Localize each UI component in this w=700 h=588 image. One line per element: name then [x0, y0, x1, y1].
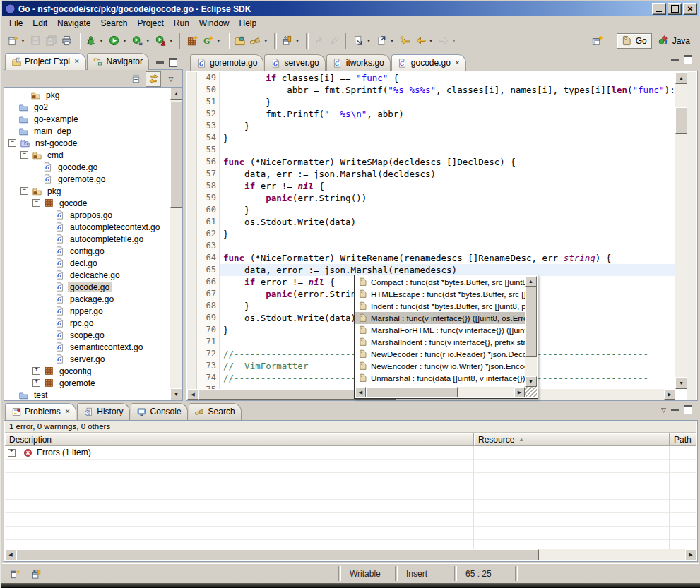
- close-button[interactable]: ✕: [683, 3, 697, 15]
- code-text[interactable]: if classes[i] == "func" {: [220, 72, 675, 84]
- scroll-right-icon[interactable]: ▶: [685, 549, 696, 560]
- popup-hscrollbar-thumb[interactable]: [366, 387, 458, 397]
- tree-item-semanticcontext-go[interactable]: Gsemanticcontext.go: [4, 341, 170, 353]
- popup-scrollbar-thumb[interactable]: [525, 287, 537, 357]
- tree-item-gocode-go[interactable]: Ggocode.go: [4, 161, 170, 173]
- tree-scrollbar-thumb[interactable]: [170, 102, 182, 208]
- dropdown-arrow-icon[interactable]: ▼: [294, 38, 302, 44]
- autocomplete-item[interactable]: NewEncoder : func(w io.Writer) *json.Enc…: [355, 360, 525, 372]
- annotation-ruler[interactable]: [187, 240, 197, 252]
- code-text[interactable]: fmt.Printf(" %s\n", abbr): [220, 108, 675, 120]
- scroll-down-icon[interactable]: ▼: [170, 388, 182, 400]
- autocomplete-item[interactable]: MarshalForHTML : func(v interface{}) ([]…: [355, 324, 525, 336]
- dropdown-arrow-icon[interactable]: ▼: [365, 38, 373, 44]
- dropdown-arrow-icon[interactable]: ▼: [19, 38, 27, 44]
- annotation-ruler[interactable]: [187, 144, 197, 156]
- annotation-ruler[interactable]: [187, 216, 197, 228]
- problems-row-errors[interactable]: +Errors (1 item): [5, 446, 696, 460]
- menu-window[interactable]: Window: [194, 17, 235, 30]
- show-view-button[interactable]: ▼: [280, 32, 303, 49]
- tree-item-gocode-go[interactable]: Ggocode.go: [4, 281, 170, 293]
- tree-item-goremote-go[interactable]: Ggoremote.go: [4, 173, 170, 185]
- code-text[interactable]: panic(err.String()): [220, 192, 675, 204]
- problems-horizontal-scrollbar[interactable]: ◀ ▶: [5, 549, 696, 560]
- editor-tab-gocode-go[interactable]: Ggocode.go✕: [391, 54, 467, 71]
- scroll-right-icon[interactable]: ▶: [514, 387, 525, 397]
- dropdown-arrow-icon[interactable]: ▼: [427, 38, 434, 44]
- show-view-status-button[interactable]: [29, 567, 43, 581]
- new-wizard-button[interactable]: ▼: [5, 32, 28, 49]
- next-annotation-button[interactable]: ▼: [351, 32, 374, 49]
- tree-item-config-go[interactable]: Gconfig.go: [4, 245, 170, 257]
- problems-hscrollbar-thumb[interactable]: [16, 549, 539, 560]
- dropdown-arrow-icon[interactable]: ▼: [262, 38, 270, 44]
- scroll-track[interactable]: [458, 387, 514, 397]
- dropdown-arrow-icon[interactable]: ▼: [97, 38, 105, 44]
- annotation-ruler[interactable]: [187, 324, 197, 336]
- code-text[interactable]: [220, 144, 675, 156]
- tree-item-test[interactable]: test: [4, 389, 170, 400]
- annotation-ruler[interactable]: [187, 156, 197, 168]
- annotation-ruler[interactable]: [187, 84, 197, 96]
- dropdown-arrow-icon[interactable]: ▼: [121, 38, 129, 44]
- scroll-up-icon[interactable]: ▲: [525, 276, 537, 287]
- menu-edit[interactable]: Edit: [28, 17, 52, 30]
- scroll-down-icon[interactable]: ▼: [675, 377, 687, 389]
- minimize-view-icon[interactable]: [671, 409, 679, 411]
- code-text[interactable]: }: [220, 228, 675, 240]
- scroll-left-icon[interactable]: ◀: [5, 549, 16, 560]
- annotation-ruler[interactable]: [187, 228, 197, 240]
- dropdown-arrow-icon[interactable]: ▼: [167, 38, 175, 44]
- popup-horizontal-scrollbar[interactable]: ◀ ▶: [355, 387, 525, 397]
- tree-item-declcache-go[interactable]: Gdeclcache.go: [4, 269, 170, 281]
- code-text[interactable]: }: [220, 204, 675, 216]
- dropdown-arrow-icon[interactable]: ▼: [215, 38, 223, 44]
- annotation-ruler[interactable]: [187, 348, 197, 360]
- tree-item-package-go[interactable]: Gpackage.go: [4, 293, 170, 305]
- menu-help[interactable]: Help: [235, 17, 262, 30]
- tree-item-gocode[interactable]: −gocode: [4, 197, 170, 209]
- dropdown-arrow-icon[interactable]: ▼: [144, 38, 152, 44]
- code-text[interactable]: abbr = fmt.Sprintf("%s %s%s", classes[i]…: [220, 84, 675, 96]
- code-text[interactable]: [220, 240, 675, 252]
- minimize-view-icon[interactable]: [156, 61, 164, 64]
- annotation-ruler[interactable]: [187, 276, 197, 288]
- tree-item-main-dep[interactable]: main_dep: [4, 125, 170, 137]
- editor-tab-goremote-go[interactable]: Ggoremote.go: [190, 54, 263, 71]
- tree-item-ripper-go[interactable]: Gripper.go: [4, 305, 170, 317]
- menu-search[interactable]: Search: [95, 17, 132, 30]
- tree-item-rpc-go[interactable]: Grpc.go: [4, 317, 170, 329]
- tree-item-pkg[interactable]: −pkg: [4, 185, 170, 197]
- maximize-view-icon[interactable]: [684, 55, 692, 64]
- tree-expander-icon[interactable]: −: [20, 187, 28, 195]
- autocomplete-item[interactable]: HTMLEscape : func(dst *bytes.Buffer, src…: [355, 288, 525, 300]
- overview-ruler[interactable]: [687, 72, 696, 400]
- explorer-tab-navigator[interactable]: Navigator: [87, 53, 149, 70]
- maximize-view-icon[interactable]: [169, 58, 177, 67]
- collapse-all-button[interactable]: [129, 72, 143, 86]
- annotation-ruler[interactable]: [187, 384, 197, 389]
- code-text[interactable]: os.Stdout.Write(data): [220, 216, 675, 228]
- column-header-path[interactable]: Path: [670, 433, 696, 446]
- code-text[interactable]: func (*NiceFormatter) WriteRename(rename…: [220, 252, 675, 264]
- code-text[interactable]: func (*NiceFormatter) WriteSMap(decldesc…: [220, 156, 675, 168]
- profile-button[interactable]: ▼: [153, 32, 177, 49]
- tree-expander-icon[interactable]: +: [32, 379, 40, 387]
- view-menu-icon[interactable]: ▽: [661, 407, 666, 414]
- minimize-view-icon[interactable]: [671, 59, 679, 61]
- bottom-tab-problems[interactable]: Problems✕: [5, 403, 76, 420]
- annotation-ruler[interactable]: [187, 252, 197, 264]
- autocomplete-item[interactable]: MarshalIndent : func(v interface{}, pref…: [355, 336, 525, 348]
- autocomplete-item[interactable]: Unmarshal : func(data []uint8, v interfa…: [355, 372, 525, 384]
- annotation-ruler[interactable]: [187, 360, 197, 372]
- run-button[interactable]: ▼: [107, 32, 130, 49]
- scroll-left-icon[interactable]: ◀: [355, 387, 366, 397]
- close-tab-icon[interactable]: ✕: [73, 58, 80, 65]
- annotation-ruler[interactable]: [187, 204, 197, 216]
- annotation-ruler[interactable]: [187, 372, 197, 384]
- popup-resize-grip[interactable]: [525, 387, 537, 397]
- close-tab-icon[interactable]: ✕: [453, 59, 461, 66]
- annotation-ruler[interactable]: [187, 132, 197, 144]
- back-button[interactable]: ▼: [413, 32, 436, 49]
- tree-scrollbar[interactable]: ▲ ▼: [170, 88, 182, 400]
